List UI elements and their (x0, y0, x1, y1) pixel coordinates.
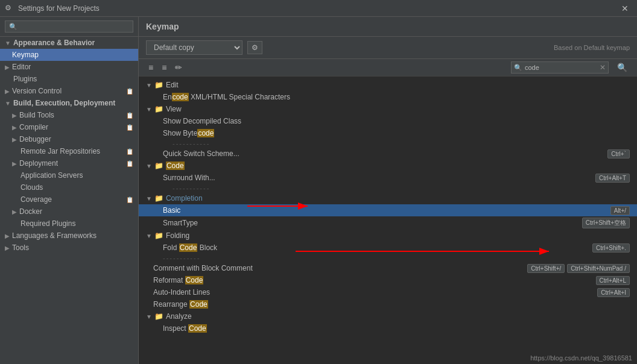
shortcut-badge: Ctrl+Shift+空格 (582, 218, 630, 228)
sidebar-search-input[interactable] (5, 20, 133, 33)
sidebar-item-label: Debugger (19, 135, 51, 143)
row-label: Rearrange Code (153, 300, 630, 309)
keymap-select[interactable]: Default copy (146, 40, 242, 55)
sidebar-item-label: Compiler (19, 123, 48, 131)
quick-switch-row[interactable]: Quick Switch Scheme... Ctrl+` (139, 148, 637, 160)
arrow-icon: ▼ (5, 100, 11, 107)
sidebar-item-languages[interactable]: ▶ Languages & Frameworks (0, 230, 138, 242)
row-label: Analyze (166, 312, 630, 321)
highlight-code: code (197, 129, 214, 137)
show-decompiled-row[interactable]: Show Decompiled Class (139, 115, 637, 127)
edit-folder[interactable]: ▼ 📁 Edit (139, 79, 637, 91)
shortcut-badge-2: Ctrl+Shift+NumPad / (567, 264, 630, 273)
close-button[interactable]: ✕ (618, 2, 632, 14)
basic-completion-row[interactable]: Basic Alt+/ (139, 204, 637, 216)
sidebar-item-appearance[interactable]: ▼ Appearance & Behavior (0, 37, 138, 49)
edit-button[interactable]: ✏ (173, 61, 185, 74)
row-label: Folding (166, 231, 630, 240)
copy-icon: 📋 (126, 124, 133, 131)
keymap-gear-button[interactable]: ⚙ (247, 41, 262, 54)
folding-folder[interactable]: ▼ 📁 Folding (139, 230, 637, 242)
window-title: Settings for New Projects (18, 4, 618, 13)
arrow-icon: ▶ (5, 245, 10, 251)
sidebar-item-label: Appearance & Behavior (13, 39, 95, 47)
folder-icon: 📁 (154, 231, 163, 240)
row-label: Completion (166, 194, 630, 202)
folder-icon: 📁 (154, 81, 163, 89)
row-label: View (166, 105, 630, 113)
sidebar-item-label: Remote Jar Repositories (21, 147, 100, 155)
auto-indent-row[interactable]: Auto-Indent Lines Ctrl+Alt+I (139, 286, 637, 298)
sidebar-item-deployment[interactable]: ▶ Deployment 📋 (0, 157, 138, 169)
row-label: Quick Switch Scheme... (163, 149, 605, 158)
sidebar-item-label: Editor (12, 63, 31, 71)
view-folder[interactable]: ▼ 📁 View (139, 103, 637, 115)
sidebar-item-label: Languages & Frameworks (12, 231, 97, 240)
shortcut-badge: Ctrl+Alt+T (595, 174, 630, 183)
sidebar-item-plugins[interactable]: Plugins (0, 73, 138, 85)
shortcut-badge: Ctrl+Alt+L (596, 276, 630, 285)
app-icon: ⚙ (5, 4, 14, 13)
keymap-list-container: ▼ 📁 Edit Encode XML/HTML Special Charact… (139, 77, 637, 364)
sidebar-item-label: Version Control (12, 87, 62, 95)
shortcut-badge: Alt+/ (610, 206, 630, 215)
surround-with-row[interactable]: Surround With... Ctrl+Alt+T (139, 172, 637, 184)
expand-arrow: ▼ (146, 233, 152, 239)
rearrange-code-row[interactable]: Rearrange Code (139, 298, 637, 310)
collapse-all-button[interactable]: ≡ (146, 61, 156, 74)
keymap-toolbar: Default copy ⚙ Based on Default keymap (139, 37, 637, 59)
sidebar-search-container (0, 17, 138, 37)
title-bar: ⚙ Settings for New Projects ✕ (0, 0, 637, 17)
highlight-code: code (172, 93, 189, 101)
sidebar: ▼ Appearance & Behavior Keymap ▶ Editor … (0, 17, 139, 364)
sidebar-item-clouds[interactable]: Clouds (0, 181, 138, 193)
sidebar-item-version-control[interactable]: ▶ Version Control 📋 (0, 85, 138, 97)
expand-arrow: ▼ (146, 313, 152, 320)
sidebar-item-compiler[interactable]: ▶ Compiler 📋 (0, 121, 138, 133)
comment-block-row[interactable]: Comment with Block Comment Ctrl+Shift+/ … (139, 262, 637, 274)
sidebar-item-docker[interactable]: ▶ Docker (0, 206, 138, 218)
sidebar-item-build-tools[interactable]: ▶ Build Tools 📋 (0, 109, 138, 121)
row-label: Auto-Indent Lines (153, 288, 595, 297)
folder-icon: 📁 (154, 105, 163, 113)
highlight-code: Code (166, 162, 185, 170)
arrow-icon: ▶ (12, 209, 17, 215)
sidebar-item-application-servers[interactable]: Application Servers (0, 169, 138, 181)
sidebar-item-keymap[interactable]: Keymap (0, 49, 138, 61)
arrow-icon: ▶ (12, 136, 17, 143)
encode-xml-row[interactable]: Encode XML/HTML Special Characters (139, 91, 637, 103)
content-title: Keymap (139, 17, 637, 37)
sidebar-item-required-plugins[interactable]: Required Plugins (0, 218, 138, 230)
sidebar-item-editor[interactable]: ▶ Editor (0, 61, 138, 73)
sidebar-item-debugger[interactable]: ▶ Debugger (0, 133, 138, 145)
find-action-button[interactable]: 🔍 (615, 61, 630, 74)
expand-arrow: ▼ (146, 82, 152, 89)
fold-code-row[interactable]: Fold Code Block Ctrl+Shift+. (139, 242, 637, 254)
sidebar-item-label: Plugins (13, 75, 37, 83)
keymap-search-input[interactable]: code (525, 64, 597, 71)
reformat-code-row[interactable]: Reformat Code Ctrl+Alt+L (139, 274, 637, 286)
search-clear-button[interactable]: ✕ (600, 63, 606, 72)
copy-icon: 📋 (126, 196, 133, 203)
sidebar-item-label: Deployment (19, 159, 58, 168)
sidebar-item-label: Docker (19, 207, 42, 216)
copy-icon: 📋 (126, 112, 133, 119)
sidebar-item-build-execution[interactable]: ▼ Build, Execution, Deployment (0, 97, 138, 109)
row-label: Basic (163, 206, 385, 215)
content-panel: Keymap Default copy ⚙ Based on Default k… (139, 17, 637, 364)
sidebar-item-coverage[interactable]: Coverage 📋 (0, 193, 138, 206)
sidebar-item-remote-jar[interactable]: Remote Jar Repositories 📋 (0, 145, 138, 157)
inspect-code-row[interactable]: Inspect Code (139, 322, 637, 334)
show-bytecode-row[interactable]: Show Bytecode (139, 127, 637, 139)
completion-folder[interactable]: ▼ 📁 Completion (139, 192, 637, 204)
separator-2: ----------- (139, 184, 637, 192)
sidebar-item-tools[interactable]: ▶ Tools (0, 242, 138, 254)
expand-all-button[interactable]: ≡ (159, 61, 169, 74)
smart-type-row[interactable]: SmartType Ctrl+Shift+空格 (139, 216, 637, 230)
row-label: Show Decompiled Class (163, 117, 630, 125)
sidebar-item-label: Tools (12, 243, 29, 252)
sidebar-item-label: Build, Execution, Deployment (13, 99, 115, 107)
sidebar-item-label: Keymap (12, 51, 39, 59)
code-folder[interactable]: ▼ 📁 Code (139, 160, 637, 172)
analyze-folder[interactable]: ▼ 📁 Analyze (139, 310, 637, 322)
